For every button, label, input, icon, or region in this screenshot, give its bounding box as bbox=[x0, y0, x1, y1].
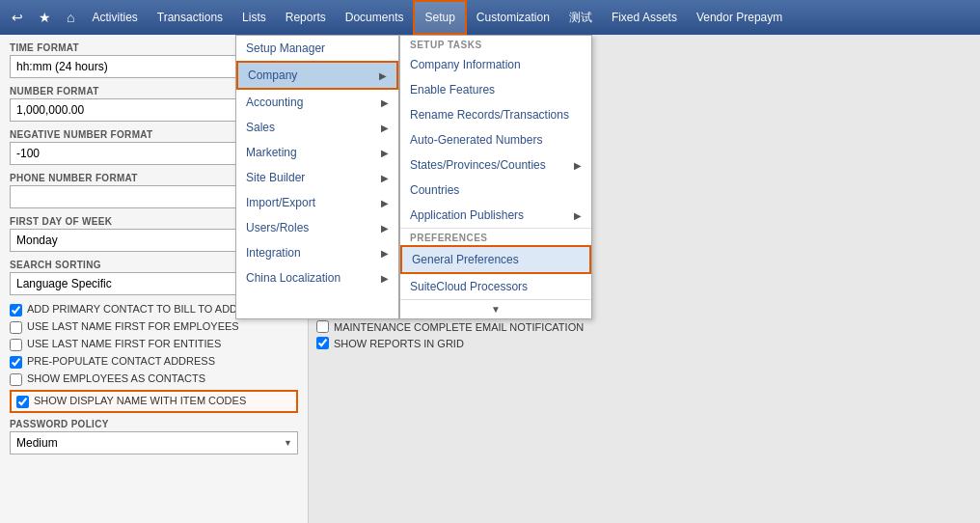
checkbox-add-primary-label: ADD PRIMARY CONTACT TO BILL TO ADDRESS bbox=[27, 303, 266, 315]
center-cb-show-reports: SHOW REPORTS IN GRID bbox=[316, 337, 972, 349]
nav-fixed-assets[interactable]: Fixed Assets bbox=[602, 0, 687, 35]
menu-sales[interactable]: Sales ▶ bbox=[236, 115, 398, 140]
menu-states-provinces[interactable]: States/Provinces/Counties ▶ bbox=[400, 152, 591, 178]
nav-lists[interactable]: Lists bbox=[232, 0, 276, 35]
menu-china-localization[interactable]: China Localization ▶ bbox=[236, 265, 398, 290]
menu-general-preferences[interactable]: General Preferences bbox=[400, 245, 591, 274]
checkbox-last-name-employees: USE LAST NAME FIRST FOR EMPLOYEES bbox=[10, 320, 298, 334]
checkbox-last-name-employees-label: USE LAST NAME FIRST FOR EMPLOYEES bbox=[27, 320, 239, 332]
main-content: TIME FORMAT hh:mm (24 hours) hh:mm AM/PM… bbox=[0, 35, 980, 523]
menu-app-publishers-arrow: ▶ bbox=[574, 210, 582, 221]
menu-countries[interactable]: Countries bbox=[400, 178, 591, 203]
menu-integration[interactable]: Integration ▶ bbox=[236, 240, 398, 265]
nav-setup[interactable]: Setup bbox=[413, 0, 466, 35]
menu-scroll-down[interactable]: ▼ bbox=[400, 299, 591, 318]
setup-tasks-label: SETUP TASKS bbox=[400, 36, 591, 52]
password-policy-select-wrapper: Medium Strong Weak bbox=[10, 431, 298, 454]
menu-integration-label: Integration bbox=[246, 246, 301, 260]
nav-activities[interactable]: Activities bbox=[82, 0, 147, 35]
menu-setup-manager[interactable]: Setup Manager bbox=[236, 36, 398, 61]
center-cb-show-reports-label: SHOW REPORTS IN GRID bbox=[334, 338, 464, 349]
checkbox-last-name-entities-label: USE LAST NAME FIRST FOR ENTITIES bbox=[27, 338, 221, 349]
checkbox-pre-populate-label: PRE-POPULATE CONTACT ADDRESS bbox=[27, 355, 215, 367]
checkbox-show-employees-input[interactable] bbox=[10, 373, 22, 386]
menu-company-info[interactable]: Company Information bbox=[400, 52, 591, 77]
menu-suitecloud[interactable]: SuiteCloud Processors bbox=[400, 274, 591, 299]
nav-reports[interactable]: Reports bbox=[276, 0, 336, 35]
menu-marketing[interactable]: Marketing ▶ bbox=[236, 140, 398, 165]
menu-sales-arrow: ▶ bbox=[381, 123, 389, 133]
checkbox-show-display-name-label: SHOW DISPLAY NAME WITH ITEM CODES bbox=[34, 395, 246, 406]
menu-site-builder-label: Site Builder bbox=[246, 171, 305, 184]
menu-marketing-arrow: ▶ bbox=[381, 148, 389, 158]
menu-container: Setup Manager Company ▶ Accounting ▶ Sal… bbox=[235, 35, 592, 319]
preferences-label: PREFERENCES bbox=[400, 229, 591, 245]
back-icon[interactable]: ↩ bbox=[4, 6, 31, 29]
menu-app-publishers-label: Application Publishers bbox=[410, 208, 524, 222]
password-policy-group: PASSWORD POLICY Medium Strong Weak bbox=[10, 419, 298, 454]
menu-import-export[interactable]: Import/Export ▶ bbox=[236, 190, 398, 215]
menu-users-roles[interactable]: Users/Roles ▶ bbox=[236, 215, 398, 240]
center-cb-maintenance: MAINTENANCE COMPLETE EMAIL NOTIFICATION bbox=[316, 320, 972, 333]
checkbox-show-employees: SHOW EMPLOYEES AS CONTACTS bbox=[10, 372, 298, 386]
checkbox-pre-populate: PRE-POPULATE CONTACT ADDRESS bbox=[10, 355, 298, 369]
nav-documents[interactable]: Documents bbox=[336, 0, 414, 35]
menu-states-provinces-label: States/Provinces/Counties bbox=[410, 158, 546, 172]
menu-company-label: Company bbox=[248, 69, 297, 82]
center-cb-maintenance-input[interactable] bbox=[316, 320, 329, 333]
password-policy-label: PASSWORD POLICY bbox=[10, 419, 298, 429]
menu-users-roles-arrow: ▶ bbox=[381, 223, 389, 234]
menu-accounting-arrow: ▶ bbox=[381, 97, 389, 108]
nav-transactions[interactable]: Transactions bbox=[148, 0, 232, 35]
menu-sales-label: Sales bbox=[246, 121, 275, 134]
menu-auto-generated[interactable]: Auto-Generated Numbers bbox=[400, 127, 591, 152]
setup-menu-level1: Setup Manager Company ▶ Accounting ▶ Sal… bbox=[235, 35, 399, 319]
password-policy-select[interactable]: Medium Strong Weak bbox=[10, 431, 298, 454]
checkbox-last-name-entities: USE LAST NAME FIRST FOR ENTITIES bbox=[10, 338, 298, 351]
checkbox-pre-populate-input[interactable] bbox=[10, 356, 22, 369]
menu-enable-features[interactable]: Enable Features bbox=[400, 77, 591, 102]
checkbox-add-primary-input[interactable] bbox=[10, 304, 22, 317]
menu-app-publishers[interactable]: Application Publishers ▶ bbox=[400, 203, 591, 228]
checkbox-show-employees-label: SHOW EMPLOYEES AS CONTACTS bbox=[27, 372, 205, 384]
menu-users-roles-label: Users/Roles bbox=[246, 221, 309, 234]
checkbox-last-name-entities-input[interactable] bbox=[10, 339, 22, 351]
menu-marketing-label: Marketing bbox=[246, 146, 297, 159]
menu-rename-records[interactable]: Rename Records/Transactions bbox=[400, 102, 591, 127]
nav-vendor[interactable]: Vendor Prepaym bbox=[687, 0, 792, 35]
center-cb-maintenance-label: MAINTENANCE COMPLETE EMAIL NOTIFICATION bbox=[334, 321, 584, 333]
company-submenu: SETUP TASKS Company Information Enable F… bbox=[399, 35, 592, 319]
menu-company-arrow: ▶ bbox=[379, 70, 387, 81]
home-icon[interactable]: ⌂ bbox=[59, 6, 82, 29]
menu-site-builder-arrow: ▶ bbox=[381, 173, 389, 183]
star-icon[interactable]: ★ bbox=[31, 6, 59, 29]
center-cb-show-reports-input[interactable] bbox=[316, 337, 329, 349]
menu-setup-manager-label: Setup Manager bbox=[246, 41, 325, 55]
menu-import-export-arrow: ▶ bbox=[381, 198, 389, 208]
menu-china-localization-arrow: ▶ bbox=[381, 273, 389, 284]
menu-states-arrow: ▶ bbox=[574, 160, 582, 171]
nav-test[interactable]: 测试 bbox=[559, 0, 602, 35]
checkbox-last-name-employees-input[interactable] bbox=[10, 321, 22, 334]
menu-site-builder[interactable]: Site Builder ▶ bbox=[236, 165, 398, 190]
menu-company[interactable]: Company ▶ bbox=[236, 61, 398, 90]
menu-import-export-label: Import/Export bbox=[246, 196, 315, 209]
checkbox-show-display-name-input[interactable] bbox=[16, 396, 29, 408]
menu-integration-arrow: ▶ bbox=[381, 248, 389, 259]
nav-customization[interactable]: Customization bbox=[467, 0, 559, 35]
menu-accounting[interactable]: Accounting ▶ bbox=[236, 90, 398, 115]
menu-china-localization-label: China Localization bbox=[246, 271, 340, 285]
menu-accounting-label: Accounting bbox=[246, 96, 303, 109]
checkbox-show-display-name: SHOW DISPLAY NAME WITH ITEM CODES bbox=[10, 390, 298, 413]
top-nav: ↩ ★ ⌂ Activities Transactions Lists Repo… bbox=[0, 0, 980, 35]
